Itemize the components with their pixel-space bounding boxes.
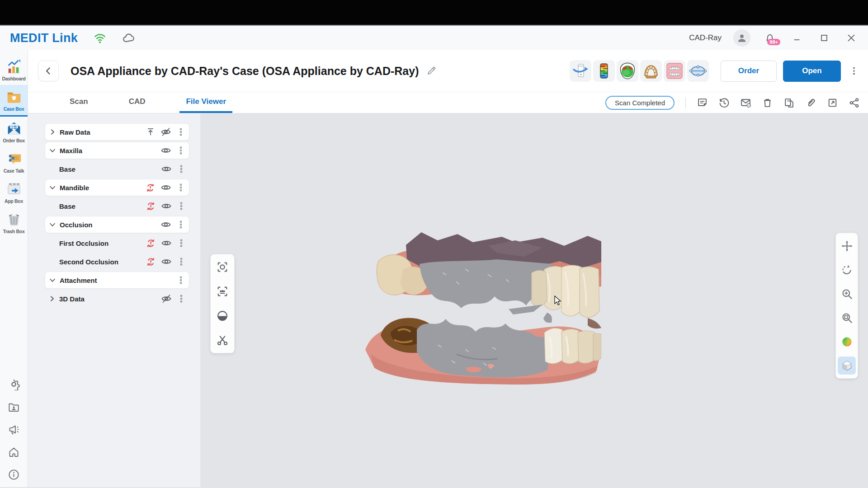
occlusion-analysis-app-button[interactable]: [617, 60, 638, 82]
tree-row-second-occlusion[interactable]: Second Occlusion: [45, 253, 189, 270]
display-mode-button[interactable]: [213, 307, 231, 325]
tree-row-mandible[interactable]: Mandible: [45, 179, 189, 196]
tree-row-label: First Occlusion: [59, 239, 108, 247]
row-menu-icon[interactable]: [177, 256, 186, 267]
tab-file-viewer[interactable]: File Viewer: [179, 92, 232, 113]
edit-title-button[interactable]: [426, 66, 437, 76]
scanbody-app-button[interactable]: [570, 60, 591, 82]
avatar[interactable]: [733, 29, 750, 47]
visibility-off-icon[interactable]: [161, 293, 172, 304]
occlusion-analysis-icon: [618, 62, 637, 80]
denture-app-button[interactable]: [664, 60, 685, 82]
cloud-sync-icon: [122, 31, 136, 45]
history-button[interactable]: [718, 97, 730, 108]
sidebar-item-case-box[interactable]: Case Box: [0, 85, 28, 117]
visibility-on-icon[interactable]: [161, 238, 172, 249]
sync-error-icon: [146, 238, 156, 249]
home-icon[interactable]: [8, 446, 20, 458]
sidebar-item-trash-box[interactable]: Trash Box: [0, 207, 28, 238]
tree-row-raw-data[interactable]: Raw Data: [45, 123, 189, 141]
row-menu-icon[interactable]: [176, 275, 185, 286]
open-button[interactable]: Open: [783, 61, 841, 82]
zoom-area-button[interactable]: [838, 309, 856, 327]
color-map-button[interactable]: [838, 333, 856, 351]
tree-row-attachment[interactable]: Attachment: [45, 272, 189, 289]
dental-scan-model[interactable]: [353, 219, 601, 388]
tree-row-3d-data[interactable]: 3D Data: [45, 290, 189, 307]
visibility-off-icon[interactable]: [160, 127, 171, 137]
sidebar-item-app-box[interactable]: App Box: [0, 177, 28, 207]
tree-row-label: Occlusion: [60, 221, 93, 229]
settings-gear-icon[interactable]: [8, 378, 20, 390]
sidebar-item-label: Case Box: [4, 106, 24, 112]
chevron-down-icon[interactable]: [45, 276, 60, 284]
tab-scan[interactable]: Scan: [63, 92, 94, 113]
tree-row-maxilla-base[interactable]: Base: [45, 160, 189, 178]
row-menu-icon[interactable]: [176, 219, 185, 230]
row-menu-icon[interactable]: [176, 145, 185, 156]
sidebar-item-dashboard[interactable]: Dashboard: [0, 55, 28, 85]
mail-status-button[interactable]: [740, 97, 751, 108]
tree-row-occlusion[interactable]: Occlusion: [45, 216, 189, 233]
row-menu-icon[interactable]: [177, 293, 186, 304]
back-button[interactable]: [38, 61, 59, 81]
export-up-icon[interactable]: [146, 127, 156, 137]
zoom-area-icon: [841, 312, 853, 324]
info-icon[interactable]: [8, 469, 20, 481]
more-options-button[interactable]: [847, 65, 861, 77]
visibility-on-icon[interactable]: [161, 201, 172, 211]
visibility-on-icon[interactable]: [160, 145, 171, 156]
copy-button[interactable]: [783, 97, 795, 108]
zoom-in-button[interactable]: [838, 285, 856, 303]
model-app-button[interactable]: [640, 60, 662, 82]
tree-row-label: Maxilla: [60, 147, 82, 155]
maximize-button[interactable]: [816, 30, 832, 46]
lips-design-icon: [689, 62, 707, 80]
visibility-on-icon[interactable]: [160, 219, 171, 230]
export-button[interactable]: [827, 97, 838, 108]
row-menu-icon[interactable]: [177, 238, 186, 249]
history-icon: [718, 97, 730, 108]
capture-model-button[interactable]: [213, 282, 231, 300]
minimize-button[interactable]: [789, 30, 805, 46]
view-cube-button[interactable]: [838, 357, 856, 375]
order-button[interactable]: Order: [721, 61, 777, 82]
contacts-folder-icon[interactable]: [8, 401, 20, 413]
chevron-down-icon[interactable]: [45, 146, 60, 155]
attachment-button[interactable]: [805, 97, 816, 108]
trim-button[interactable]: [213, 331, 231, 349]
row-menu-icon[interactable]: [176, 182, 185, 193]
row-menu-icon[interactable]: [176, 127, 185, 137]
row-menu-icon[interactable]: [177, 201, 186, 211]
account-name[interactable]: CAD-Ray: [689, 33, 722, 42]
pan-button[interactable]: [838, 237, 856, 255]
sidebar-item-order-box[interactable]: Order Box: [0, 117, 28, 147]
delete-button[interactable]: [762, 97, 773, 108]
lips-design-app-button[interactable]: [687, 60, 709, 82]
announcement-megaphone-icon[interactable]: [8, 423, 20, 436]
chevron-right-icon[interactable]: [45, 295, 59, 303]
sidebar-item-case-talk[interactable]: Case Talk: [0, 147, 28, 177]
visibility-on-icon[interactable]: [160, 182, 171, 193]
view-control-palette: [835, 233, 858, 379]
visibility-on-icon[interactable]: [161, 256, 172, 267]
chevron-down-icon[interactable]: [45, 221, 60, 229]
tab-cad[interactable]: CAD: [123, 92, 152, 113]
capture-screenshot-button[interactable]: [213, 258, 231, 276]
chevron-down-icon[interactable]: [45, 183, 60, 192]
memo-button[interactable]: [697, 97, 708, 108]
3d-viewport[interactable]: [200, 113, 868, 487]
share-button[interactable]: [849, 97, 860, 108]
tree-row-first-occlusion[interactable]: First Occlusion: [45, 235, 189, 252]
tree-row-mandible-base[interactable]: Base: [45, 197, 189, 215]
tree-row-maxilla[interactable]: Maxilla: [45, 142, 189, 159]
chevron-right-icon[interactable]: [45, 128, 60, 136]
visibility-on-icon[interactable]: [161, 164, 172, 174]
memo-icon: [697, 97, 708, 108]
status-badge[interactable]: Scan Completed: [605, 96, 675, 110]
color-scale-app-button[interactable]: [593, 60, 615, 82]
rotate-button[interactable]: [838, 261, 856, 279]
close-button[interactable]: [844, 30, 859, 46]
row-menu-icon[interactable]: [177, 164, 186, 174]
notifications-button[interactable]: 99+: [762, 30, 778, 46]
